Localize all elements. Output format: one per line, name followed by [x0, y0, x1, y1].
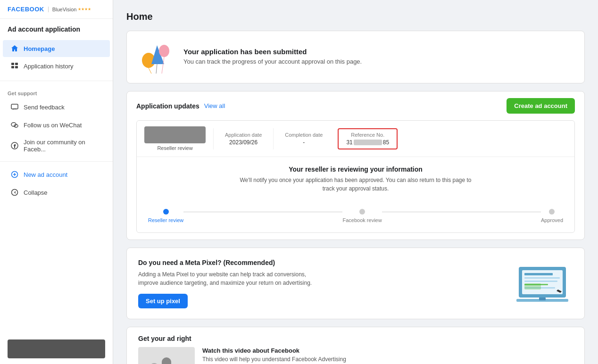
step-facebook-review: Facebook review: [342, 209, 382, 223]
sidebar-item-send-feedback[interactable]: Send feedback: [3, 99, 110, 116]
svg-rect-1: [15, 63, 18, 65]
ad-right-content: Watch this video about Facebook This vid…: [138, 347, 573, 364]
welcome-description: You can track the progress of your accou…: [183, 58, 362, 66]
main-content: Home Your application ha: [113, 0, 598, 364]
plus-circle-icon: [10, 170, 19, 179]
review-card-header: Reseller review Application date 2023/09…: [137, 121, 574, 157]
application-date-value: 2023/09/26: [229, 139, 257, 146]
review-heading: Your reseller is reviewing your informat…: [144, 165, 567, 173]
view-all-link[interactable]: View all: [204, 102, 225, 109]
step-dot-approved: [549, 209, 555, 215]
sidebar-nav: Homepage Application history: [0, 38, 113, 77]
sidebar: FACEBOOK BlueVision ★★★★ Ad account appl…: [0, 0, 113, 364]
svg-rect-3: [15, 66, 18, 68]
video-title: Watch this video about Facebook: [202, 347, 346, 354]
sidebar-logo: FACEBOOK BlueVision ★★★★: [0, 0, 113, 19]
sidebar-item-application-history[interactable]: Application history: [3, 58, 110, 74]
collapse-icon: [10, 188, 19, 197]
sidebar-item-collapse[interactable]: Collapse: [3, 184, 110, 201]
application-updates-card: Application updates View all Create ad a…: [126, 91, 585, 240]
ad-right-heading: Get your ad right: [138, 335, 573, 342]
balloons-illustration: [138, 41, 176, 74]
svg-point-15: [159, 45, 169, 57]
sidebar-item-collapse-label: Collapse: [24, 189, 48, 196]
svg-rect-23: [524, 281, 557, 282]
sidebar-item-homepage-label: Homepage: [24, 45, 55, 52]
sidebar-item-new-ad-account-label: New ad account: [24, 171, 67, 178]
sidebar-item-facebook-community-label: Join our community on Faceb...: [24, 139, 102, 153]
progress-steps: Reseller review Facebook review Approved: [137, 201, 574, 232]
application-date-col: Application date 2023/09/26: [213, 128, 273, 149]
page-title: Home: [126, 11, 585, 22]
welcome-heading: Your application has been submitted: [183, 48, 362, 56]
reseller-status-box: [144, 126, 206, 143]
updates-header: Application updates View all Create ad a…: [127, 91, 584, 114]
pixel-illustration: [512, 257, 573, 309]
reference-label: Reference No.: [351, 132, 384, 138]
video-description: This video will help you understand Face…: [202, 356, 346, 363]
step-reseller-review: Reseller review: [148, 209, 183, 223]
application-date-label: Application date: [225, 132, 262, 138]
video-info: Watch this video about Facebook This vid…: [202, 347, 346, 363]
svg-rect-4: [11, 104, 18, 109]
updates-title: Application updates: [136, 102, 199, 110]
sidebar-item-wechat-label: Follow us on WeChat: [24, 122, 82, 129]
grid-icon: [10, 62, 19, 70]
step-line-1: [183, 212, 342, 212]
step-label-reseller: Reseller review: [148, 217, 183, 223]
facebook-community-icon: [10, 141, 19, 150]
reference-blurred: [354, 140, 382, 145]
pixel-text: Do you need a Meta Pixel? (Recommended) …: [138, 259, 317, 308]
sidebar-item-wechat[interactable]: Follow us on WeChat: [3, 116, 110, 133]
welcome-card: Your application has been submitted You …: [126, 31, 585, 83]
wechat-icon: [10, 121, 19, 129]
review-description: We'll notify you once your application h…: [238, 176, 473, 193]
reseller-status-col: Reseller review: [144, 126, 213, 151]
sidebar-item-new-ad-account[interactable]: New ad account: [3, 166, 110, 183]
completion-date-value: -: [303, 139, 305, 146]
feedback-icon: [10, 103, 19, 111]
step-approved: Approved: [541, 209, 563, 223]
step-label-facebook: Facebook review: [342, 217, 382, 223]
reseller-status-label: Reseller review: [157, 145, 192, 151]
sidebar-bottom: [0, 334, 113, 364]
sidebar-item-facebook-community[interactable]: Join our community on Faceb...: [3, 134, 110, 157]
ad-right-card: Get your ad right Watch this video about…: [126, 327, 585, 364]
svg-rect-2: [11, 66, 14, 68]
partner-logo: BlueVision ★★★★: [48, 7, 91, 12]
meta-pixel-card: Do you need a Meta Pixel? (Recommended) …: [126, 248, 585, 319]
welcome-text: Your application has been submitted You …: [183, 48, 362, 66]
home-icon: [10, 44, 19, 53]
create-ad-account-button[interactable]: Create ad account: [507, 98, 575, 114]
facebook-logo: FACEBOOK: [8, 6, 44, 13]
completion-date-label: Completion date: [285, 132, 323, 138]
sidebar-bottom-box: [8, 339, 105, 358]
svg-rect-26: [539, 298, 546, 300]
step-dot-reseller: [163, 209, 169, 215]
svg-line-13: [149, 68, 151, 74]
pixel-heading: Do you need a Meta Pixel? (Recommended): [138, 259, 317, 266]
review-inner-card: Reseller review Application date 2023/09…: [136, 120, 575, 233]
svg-rect-21: [524, 273, 553, 275]
review-body: Your reseller is reviewing your informat…: [137, 157, 574, 201]
sidebar-title: Ad account application: [0, 19, 113, 38]
step-label-approved: Approved: [541, 217, 563, 223]
svg-rect-22: [524, 277, 560, 279]
video-thumbnail[interactable]: [138, 347, 195, 364]
svg-line-17: [156, 64, 157, 74]
completion-date-col: Completion date -: [273, 128, 334, 149]
reference-value: 31 85: [346, 139, 389, 146]
reference-col: Reference No. 31 85: [338, 128, 398, 149]
svg-rect-28: [524, 283, 541, 290]
sidebar-item-homepage[interactable]: Homepage: [3, 40, 110, 57]
setup-pixel-button[interactable]: Set up pixel: [138, 294, 188, 308]
pixel-description: Adding a Meta Pixel to your website can …: [138, 270, 317, 287]
support-section-label: Get support: [0, 85, 113, 98]
sidebar-item-application-history-label: Application history: [24, 63, 74, 70]
step-line-2: [382, 212, 541, 212]
sidebar-item-send-feedback-label: Send feedback: [24, 104, 65, 111]
step-dot-facebook: [359, 209, 365, 215]
svg-rect-0: [11, 63, 14, 65]
